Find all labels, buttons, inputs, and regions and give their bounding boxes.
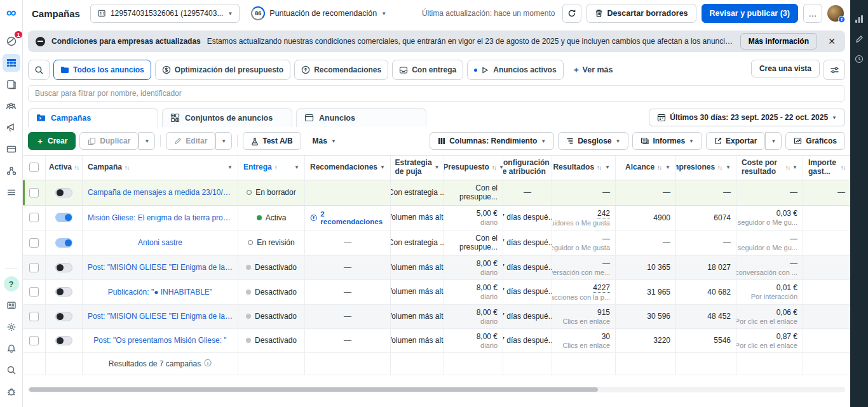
tab-campaigns[interactable]: Campañas xyxy=(28,108,158,127)
ad-account-selector[interactable]: 1295740315326061 (12957403... ▼ xyxy=(90,4,240,23)
delivery-status: Desactivado xyxy=(255,336,297,345)
row-checkbox[interactable] xyxy=(29,213,39,222)
select-all-checkbox[interactable] xyxy=(29,163,39,172)
sidebar-item-events-icon[interactable] xyxy=(3,162,20,180)
row-checkbox[interactable] xyxy=(29,263,39,272)
recommendations-text[interactable]: 2 recomendaciones xyxy=(320,210,385,225)
bid-strategy: Volumen más alto xyxy=(391,312,444,321)
campaign-toggle[interactable] xyxy=(55,238,72,248)
recommendations-text[interactable]: — xyxy=(344,312,351,321)
opportunity-score[interactable]: 86 Puntuación de recomendación ▼ xyxy=(251,6,386,20)
filter-chip-with-delivery[interactable]: Con entrega xyxy=(392,60,463,80)
filter-chip-budget-optimization[interactable]: Optimización del presupuesto xyxy=(155,60,290,80)
filter-chip-recommendations[interactable]: Recomendaciones xyxy=(294,60,388,80)
row-checkbox[interactable] xyxy=(29,312,39,321)
search-filter-button[interactable] xyxy=(28,60,50,80)
campaign-toggle[interactable] xyxy=(55,263,72,272)
tab-ad-sets[interactable]: Conjuntos de anuncios xyxy=(162,108,292,127)
duplicate-menu-button[interactable]: ▼ xyxy=(139,132,155,150)
see-more-filters[interactable]: ＋ Ver más xyxy=(567,65,618,76)
columns-button[interactable]: Columnas: Rendimiento ▼ xyxy=(430,132,554,150)
sidebar-item-audiences-icon[interactable] xyxy=(3,97,20,115)
help-icon[interactable]: ? xyxy=(3,275,20,293)
campaign-name-link[interactable]: Antoni sastre xyxy=(138,238,182,247)
column-header-delivery[interactable]: Entrega↑▼ xyxy=(238,156,305,180)
recommendations-text[interactable]: — xyxy=(344,336,351,345)
campaign-name-link[interactable]: Publicación: "● INHABITABLE" xyxy=(108,288,212,297)
reports-button[interactable]: Informes ▼ xyxy=(632,132,702,150)
column-header-budget[interactable]: Presupuesto↑↓▼ xyxy=(444,156,503,180)
recommendations-text[interactable]: — xyxy=(344,288,351,297)
more-menu-button[interactable]: Más ▼ xyxy=(305,132,344,150)
column-header-results[interactable]: Resultados↑↓▼ xyxy=(552,156,616,180)
column-header-cost[interactable]: Coste por resultado↑↓▼ xyxy=(736,156,803,180)
campaign-name-link[interactable]: Misión Gliese: El enigma de la tierra pr… xyxy=(88,213,233,222)
recommendations-text[interactable]: — xyxy=(344,263,351,272)
sidebar-item-billing-icon[interactable] xyxy=(3,140,20,158)
top-bar: Campañas 1295740315326061 (12957403... ▼… xyxy=(23,0,850,27)
more-info-button[interactable]: Más información xyxy=(740,33,817,50)
updates-icon[interactable] xyxy=(3,297,20,314)
row-checkbox[interactable] xyxy=(29,336,39,345)
campaign-toggle[interactable] xyxy=(55,188,72,197)
close-banner-icon[interactable]: ✕ xyxy=(824,33,840,50)
report-bug-icon[interactable] xyxy=(3,383,20,401)
campaign-name-link[interactable]: Post: "MISIÓN GLIESE "El Enigma de la Ti… xyxy=(88,312,233,321)
campaign-name-link[interactable]: Post: "MISIÓN GLIESE "El Enigma de la Ti… xyxy=(88,263,233,272)
sidebar-item-reports-icon[interactable] xyxy=(3,76,20,93)
ab-test-button[interactable]: Test A/B xyxy=(243,132,301,150)
history-clock-icon[interactable] xyxy=(855,55,864,63)
column-header-recommendations[interactable]: Recomendaciones▼ xyxy=(305,156,391,180)
row-checkbox[interactable] xyxy=(29,238,39,248)
column-header-reach[interactable]: Alcance↑↓▼ xyxy=(616,156,676,180)
discard-drafts-button[interactable]: Descartar borradores xyxy=(587,4,696,23)
review-publish-button[interactable]: Revisar y publicar (3) xyxy=(702,4,798,23)
edit-menu-button[interactable]: ▼ xyxy=(215,132,232,150)
tab-ads[interactable]: Anuncios xyxy=(296,108,426,127)
column-header-spent[interactable]: Importe gast...↑↓ xyxy=(803,156,850,180)
column-header-active[interactable]: Activa↑↓ xyxy=(46,156,83,180)
sidebar-item-campaigns-icon[interactable] xyxy=(3,119,20,137)
breakdown-button[interactable]: Desglose ▼ xyxy=(558,132,628,150)
profile-avatar[interactable]: f xyxy=(827,5,844,22)
export-button[interactable]: Exportar xyxy=(706,132,765,150)
date-range-button[interactable]: Últimos 30 días: 23 sept. 2025 - 22 oct.… xyxy=(649,109,845,126)
settings-gear-icon[interactable] xyxy=(3,318,20,336)
filter-chip-all-ads[interactable]: Todos los anuncios xyxy=(53,60,151,80)
row-checkbox[interactable] xyxy=(29,188,39,197)
campaign-toggle[interactable] xyxy=(55,287,72,297)
create-button[interactable]: ＋ Crear xyxy=(28,132,76,150)
campaign-toggle[interactable] xyxy=(55,336,72,345)
export-menu-button[interactable]: ▼ xyxy=(765,132,782,150)
column-header-campaign[interactable]: Campaña↑↓▼ xyxy=(83,156,238,180)
duplicate-button[interactable]: Duplicar xyxy=(79,132,139,150)
charts-button[interactable]: Gráficos xyxy=(785,132,845,150)
campaign-name-link[interactable]: Campaña de mensajes a medida 23/10/2025 … xyxy=(88,188,233,197)
more-options-button[interactable]: … xyxy=(803,4,822,23)
refresh-button[interactable] xyxy=(562,4,581,23)
filter-settings-button[interactable] xyxy=(824,60,845,80)
campaign-toggle[interactable] xyxy=(55,312,72,321)
sidebar-item-all-tools-icon[interactable] xyxy=(3,183,20,201)
recommendations-text[interactable]: — xyxy=(344,238,351,247)
filter-chip-active-ads[interactable]: Anuncios activos xyxy=(467,60,563,80)
campaign-toggle[interactable] xyxy=(55,213,72,222)
search-input[interactable] xyxy=(28,85,845,102)
scrollbar-thumb[interactable] xyxy=(29,387,598,392)
search-sidebar-icon[interactable] xyxy=(3,361,20,379)
horizontal-scrollbar[interactable] xyxy=(28,387,845,392)
row-checkbox[interactable] xyxy=(29,287,39,297)
column-header-impressions[interactable]: Impresiones↑↓▼ xyxy=(676,156,736,180)
business-account-icon[interactable]: 1 xyxy=(3,32,20,50)
campaign-name-link[interactable]: Post: "Os presentamos Misión Gliese: " xyxy=(93,336,226,345)
notifications-bell-icon[interactable] xyxy=(3,340,20,357)
edit-pencil-icon[interactable] xyxy=(855,35,864,43)
edit-button[interactable]: Editar xyxy=(166,132,215,150)
sidebar-item-ads-manager[interactable] xyxy=(3,54,20,72)
create-view-button[interactable]: Crea una vista xyxy=(751,60,820,77)
column-header-bid-strategy[interactable]: Estrategia de puja▼ xyxy=(391,156,444,180)
meta-logo-icon[interactable]: ∞ xyxy=(6,6,17,19)
column-header-attribution[interactable]: Configuración de atribución▼ xyxy=(503,156,552,180)
info-icon[interactable]: ⓘ xyxy=(204,358,212,369)
insights-chart-icon[interactable] xyxy=(855,15,864,23)
